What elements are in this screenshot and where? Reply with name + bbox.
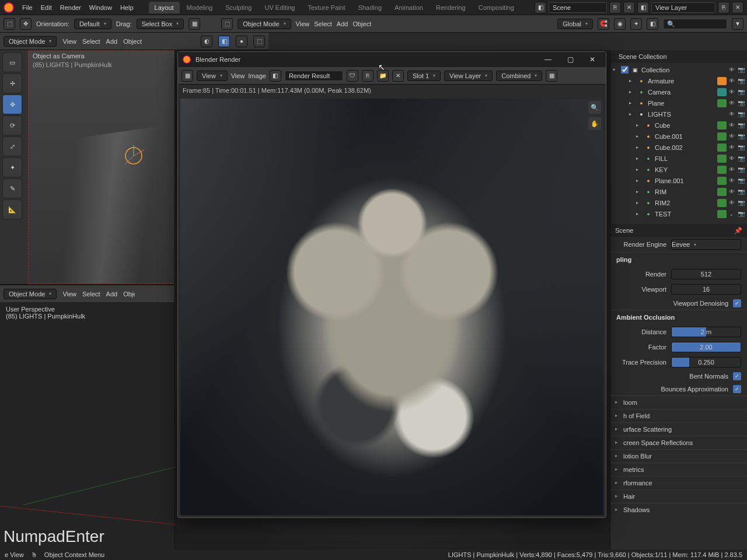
render-enable-icon[interactable]: 📷 xyxy=(738,133,745,139)
fake-user-icon[interactable]: 🛡 xyxy=(347,70,358,82)
tool-annotate[interactable]: ✎ xyxy=(2,178,22,198)
eye-icon[interactable]: 👁 xyxy=(729,155,736,162)
props-section[interactable]: Hair xyxy=(610,489,747,503)
props-section[interactable]: lotion Blur xyxy=(610,449,747,463)
mode-dropdown[interactable]: Object Mode xyxy=(4,36,57,47)
viewlayer-browse-icon[interactable]: ◧ xyxy=(637,2,649,13)
ao-factor-input[interactable]: 2.00 xyxy=(671,342,741,352)
data-chip-icon[interactable] xyxy=(717,166,727,174)
add-menu[interactable]: Add xyxy=(337,20,348,27)
bounces-checkbox[interactable]: ✓ xyxy=(733,385,741,393)
eye-icon[interactable]: 👁 xyxy=(729,66,736,73)
close-button[interactable]: ✕ xyxy=(584,55,601,64)
layer-dropdown[interactable]: View Layer xyxy=(444,71,493,81)
chevron-down-icon[interactable]: ⌄ xyxy=(729,211,736,217)
rw-image-menu[interactable]: Image xyxy=(248,72,266,79)
render-samples-input[interactable]: 512 xyxy=(671,269,741,279)
display-channels-icon[interactable]: ▦ xyxy=(546,70,557,82)
minimize-button[interactable]: — xyxy=(539,55,557,64)
outliner-item[interactable]: ▸●Cube.002👁📷 xyxy=(610,142,747,153)
open-image-icon[interactable]: 📁 xyxy=(377,70,389,82)
tab-compositing[interactable]: Compositing xyxy=(473,2,520,13)
eye-icon[interactable]: 👁 xyxy=(729,200,736,206)
editor-type-icon[interactable]: ⬚ xyxy=(4,18,15,30)
menu-help[interactable]: Help xyxy=(120,4,134,11)
viewlayer-name-input[interactable] xyxy=(651,2,715,13)
render-enable-icon[interactable]: 📷 xyxy=(738,144,745,150)
props-section[interactable]: h of Field xyxy=(610,409,747,422)
render-window-titlebar[interactable]: Blender Render — ▢ ✕ xyxy=(178,52,606,67)
outliner-item[interactable]: ▸●KEY👁📷 xyxy=(610,164,747,175)
cursor-tool-icon[interactable]: ✥ xyxy=(20,18,32,30)
new-image-icon[interactable]: ⎘ xyxy=(362,70,374,82)
orientation-dropdown[interactable]: Default xyxy=(74,19,111,29)
outliner-item[interactable]: ▸●RIM👁📷 xyxy=(610,186,747,197)
eye-icon[interactable]: 👁 xyxy=(729,89,736,95)
render-enable-icon[interactable]: 📷 xyxy=(738,89,745,95)
render-enable-icon[interactable]: 📷 xyxy=(738,111,745,117)
slot-dropdown[interactable]: Slot 1 xyxy=(407,71,441,81)
vp1-object-menu[interactable]: Object xyxy=(123,38,142,45)
render-enable-icon[interactable]: 📷 xyxy=(738,155,745,162)
tab-animation[interactable]: Animation xyxy=(389,2,429,13)
view-menu[interactable]: View xyxy=(296,20,310,27)
menu-render[interactable]: Render xyxy=(60,4,81,11)
outliner-item[interactable]: ▸●LIGHTS👁📷 xyxy=(610,108,747,120)
eye-icon[interactable]: 👁 xyxy=(729,78,736,84)
tool-select-box[interactable]: ▭ xyxy=(2,52,22,72)
vp2-mode-dropdown[interactable]: Object Mode xyxy=(4,289,57,299)
vp2-object-menu[interactable]: Object xyxy=(123,290,135,298)
outliner-item[interactable]: ▸●Camera👁📷 xyxy=(610,86,747,97)
outliner-item[interactable]: ▸●Armature👁📷 xyxy=(610,75,747,86)
props-section[interactable]: rformance xyxy=(610,476,747,489)
tab-layout[interactable]: Layout xyxy=(149,2,180,13)
eye-icon[interactable]: 👁 xyxy=(729,188,736,195)
scene-name-input[interactable] xyxy=(549,2,607,13)
vp1-add-menu[interactable]: Add xyxy=(106,38,118,45)
tab-shading[interactable]: Shading xyxy=(352,2,388,13)
rw-view-dropdown[interactable]: View xyxy=(197,71,228,81)
ao-trace-input[interactable]: 0.250 xyxy=(671,357,741,368)
eye-icon[interactable]: 👁 xyxy=(729,144,736,150)
props-section[interactable]: metrics xyxy=(610,463,747,476)
menu-file[interactable]: File xyxy=(22,4,33,11)
proportional-icon[interactable]: ◉ xyxy=(614,18,626,30)
vp2-select-menu[interactable]: Select xyxy=(82,290,100,298)
data-chip-icon[interactable] xyxy=(717,77,727,85)
tool-transform[interactable]: ✦ xyxy=(2,158,22,177)
rw-view-menu[interactable]: View xyxy=(231,72,245,79)
maximize-button[interactable]: ▢ xyxy=(561,55,579,64)
data-chip-icon[interactable] xyxy=(717,188,727,196)
render-result-input[interactable] xyxy=(285,71,343,81)
gizmo-icon[interactable]: ✦ xyxy=(630,18,642,30)
ao-section[interactable]: Ambient Occlusion xyxy=(610,310,747,324)
outliner-item[interactable]: ▸●Cube.001👁📷 xyxy=(610,131,747,142)
overlay-toggle-icon[interactable]: ◐ xyxy=(201,36,212,47)
render-enable-icon[interactable]: 📷 xyxy=(738,78,745,84)
eye-icon[interactable]: 👁 xyxy=(729,166,736,173)
tool-rotate[interactable]: ⟳ xyxy=(2,116,22,135)
viewlayer-new-icon[interactable]: ⎘ xyxy=(718,2,729,13)
transform-orientation-dropdown[interactable]: Global xyxy=(557,19,593,29)
eye-icon[interactable]: 👁 xyxy=(729,100,736,106)
render-enable-icon[interactable]: 📷 xyxy=(738,211,745,217)
data-chip-icon[interactable] xyxy=(717,155,727,163)
scene-new-icon[interactable]: ⎘ xyxy=(609,2,621,13)
object-mode-dropdown[interactable]: Object Mode xyxy=(238,19,291,29)
pin-icon[interactable]: 📌 xyxy=(734,227,742,235)
eye-icon[interactable]: 👁 xyxy=(729,122,736,128)
data-chip-icon[interactable] xyxy=(717,132,727,141)
props-section[interactable]: creen Space Reflections xyxy=(610,436,747,449)
vp2-add-menu[interactable]: Add xyxy=(106,290,118,298)
render-enable-icon[interactable]: 📷 xyxy=(738,188,745,195)
image-browse-icon[interactable]: ◧ xyxy=(270,70,281,82)
outliner-item[interactable]: ▸●Plane👁📷 xyxy=(610,97,747,108)
object-gizmo[interactable] xyxy=(122,144,145,167)
outliner-item[interactable]: ▸●RIM2👁📷 xyxy=(610,197,747,208)
ao-distance-input[interactable]: 2 m xyxy=(671,327,741,337)
viewlayer-delete-icon[interactable]: ✕ xyxy=(732,2,743,13)
overlay-icon[interactable]: ◧ xyxy=(647,18,658,30)
tool-scale[interactable]: ⤢ xyxy=(2,136,22,156)
outliner-item[interactable]: ▸●Cube👁📷 xyxy=(610,120,747,131)
tool-measure[interactable]: 📐 xyxy=(2,200,22,219)
